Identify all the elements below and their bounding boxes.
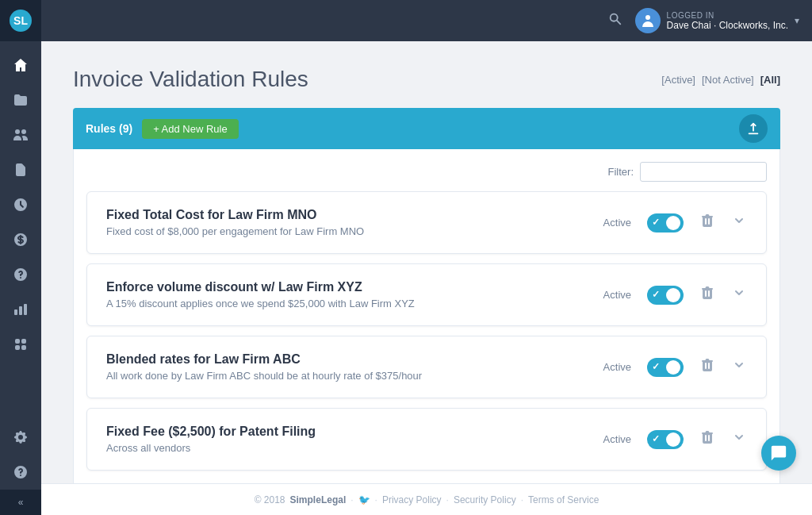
- toggle-thumb-0: [666, 216, 680, 230]
- rules-bar: Rules (9) + Add New Rule: [73, 108, 780, 149]
- main-content: Invoice Validation Rules [Active] [Not A…: [41, 41, 812, 483]
- filter-label: Filter:: [608, 166, 634, 178]
- rule-title-1: Enforce volume discount w/ Law Firm XYZ: [106, 280, 599, 294]
- rule-toggle-0[interactable]: ✓: [647, 213, 684, 233]
- footer-copyright: © 2018: [255, 494, 285, 505]
- rule-info-3: Fixed Fee ($2,500) for Patent Filing Acr…: [106, 425, 599, 454]
- rule-expand-3[interactable]: [731, 429, 747, 449]
- rule-status-2: Active: [599, 361, 631, 373]
- dollar-icon[interactable]: [0, 222, 41, 257]
- home-icon[interactable]: [0, 48, 41, 83]
- footer-twitter-icon: 🐦: [358, 494, 370, 505]
- privacy-policy-link[interactable]: Privacy Policy: [382, 494, 442, 505]
- user-menu[interactable]: Logged In Dave Chai · Clockworks, Inc. ▾: [635, 8, 799, 33]
- rule-status-3: Active: [599, 433, 631, 445]
- toggle-check-3: ✓: [652, 433, 660, 444]
- rules-bar-left: Rules (9) + Add New Rule: [86, 119, 239, 139]
- filter-not-active[interactable]: [Not Active]: [702, 74, 754, 86]
- footer-brand: SimpleLegal: [290, 494, 347, 505]
- footer-dot-3: ·: [446, 494, 449, 505]
- clock-icon[interactable]: [0, 187, 41, 222]
- upload-button[interactable]: [739, 114, 768, 143]
- rule-card: Fixed Fee ($2,500) for Patent Filing Acr…: [86, 408, 767, 471]
- rules-list: Fixed Total Cost for Law Firm MNO Fixed …: [86, 191, 767, 471]
- settings-icon[interactable]: [0, 420, 41, 455]
- toggle-check-2: ✓: [652, 361, 660, 372]
- rule-delete-3[interactable]: [699, 429, 715, 449]
- page-filters: [Active] [Not Active] [All]: [661, 74, 780, 86]
- header: Logged In Dave Chai · Clockworks, Inc. ▾: [41, 0, 812, 41]
- rule-expand-0[interactable]: [731, 213, 747, 233]
- footer: © 2018 SimpleLegal · 🐦 · Privacy Policy …: [41, 483, 812, 515]
- folder-icon[interactable]: [0, 83, 41, 117]
- rule-title-0: Fixed Total Cost for Law Firm MNO: [106, 208, 599, 222]
- rule-delete-1[interactable]: [699, 285, 715, 305]
- rule-card: Enforce volume discount w/ Law Firm XYZ …: [86, 263, 767, 326]
- footer-dot-1: ·: [350, 494, 353, 505]
- toggle-track-2: ✓: [647, 358, 684, 377]
- rules-count: Rules (9): [86, 122, 132, 135]
- rule-status-1: Active: [599, 289, 631, 301]
- toggle-check-1: ✓: [652, 289, 660, 300]
- page-header: Invoice Validation Rules [Active] [Not A…: [73, 67, 780, 92]
- avatar: [635, 8, 661, 33]
- question-icon[interactable]: [0, 455, 41, 490]
- rule-card: Blended rates for Law Firm ABC All work …: [86, 336, 767, 398]
- filter-input[interactable]: [640, 162, 767, 182]
- rule-desc-2: All work done by Law Firm ABC should be …: [106, 370, 599, 382]
- logo[interactable]: SL: [0, 0, 41, 41]
- rule-delete-0[interactable]: [699, 213, 715, 233]
- toggle-thumb-2: [666, 360, 680, 375]
- footer-dot-2: ·: [375, 494, 377, 505]
- terms-link[interactable]: Terms of Service: [528, 494, 599, 505]
- rules-container: Filter: Fixed Total Cost for Law Firm MN…: [73, 149, 780, 483]
- rule-status-0: Active: [599, 217, 631, 229]
- rule-title-2: Blended rates for Law Firm ABC: [106, 352, 599, 367]
- security-policy-link[interactable]: Security Policy: [454, 494, 516, 505]
- rule-info-1: Enforce volume discount w/ Law Firm XYZ …: [106, 280, 599, 309]
- filter-all[interactable]: [All]: [760, 74, 780, 86]
- document-icon[interactable]: [0, 152, 41, 187]
- rule-controls-2: Active ✓: [599, 357, 747, 377]
- toggle-thumb-1: [666, 288, 680, 302]
- rule-delete-2[interactable]: [699, 357, 715, 377]
- grid-icon[interactable]: [0, 327, 41, 362]
- people-icon[interactable]: [0, 117, 41, 152]
- rule-toggle-1[interactable]: ✓: [647, 286, 684, 305]
- toggle-check-0: ✓: [652, 217, 660, 228]
- logged-in-label: Logged In: [667, 11, 788, 20]
- user-info: Logged In Dave Chai · Clockworks, Inc.: [667, 11, 788, 31]
- sidebar-expand[interactable]: «: [0, 490, 41, 515]
- sidebar: SL «: [0, 0, 41, 515]
- rule-expand-2[interactable]: [731, 357, 747, 377]
- page-title: Invoice Validation Rules: [73, 67, 308, 92]
- help-circle-icon[interactable]: [0, 257, 41, 292]
- user-chevron-icon: ▾: [795, 15, 799, 26]
- toggle-track-0: ✓: [647, 213, 684, 233]
- toggle-track-1: ✓: [647, 286, 684, 305]
- chart-icon[interactable]: [0, 292, 41, 327]
- toggle-thumb-3: [666, 432, 680, 447]
- rule-title-3: Fixed Fee ($2,500) for Patent Filing: [106, 425, 599, 439]
- filter-active[interactable]: [Active]: [661, 74, 695, 86]
- rule-controls-0: Active ✓: [599, 213, 747, 233]
- rule-controls-3: Active ✓: [599, 429, 747, 449]
- svg-text:SL: SL: [13, 14, 28, 27]
- filter-bar: Filter:: [86, 162, 767, 182]
- rule-desc-1: A 15% discount applies once we spend $25…: [106, 298, 599, 309]
- search-button[interactable]: [608, 12, 622, 29]
- rule-info-2: Blended rates for Law Firm ABC All work …: [106, 352, 599, 382]
- chat-bubble[interactable]: [761, 436, 796, 471]
- rule-info-0: Fixed Total Cost for Law Firm MNO Fixed …: [106, 208, 599, 237]
- rule-desc-3: Across all vendors: [106, 442, 599, 454]
- rule-toggle-2[interactable]: ✓: [647, 358, 684, 377]
- rule-card: Fixed Total Cost for Law Firm MNO Fixed …: [86, 191, 767, 254]
- footer-dot-4: ·: [521, 494, 523, 505]
- rule-desc-0: Fixed cost of $8,000 per engagement for …: [106, 225, 599, 237]
- right-content: Logged In Dave Chai · Clockworks, Inc. ▾…: [41, 0, 812, 515]
- rule-toggle-3[interactable]: ✓: [647, 430, 684, 449]
- add-rule-button[interactable]: + Add New Rule: [142, 119, 239, 139]
- user-name: Dave Chai · Clockworks, Inc.: [667, 20, 788, 31]
- rule-expand-1[interactable]: [731, 285, 747, 305]
- toggle-track-3: ✓: [647, 430, 684, 449]
